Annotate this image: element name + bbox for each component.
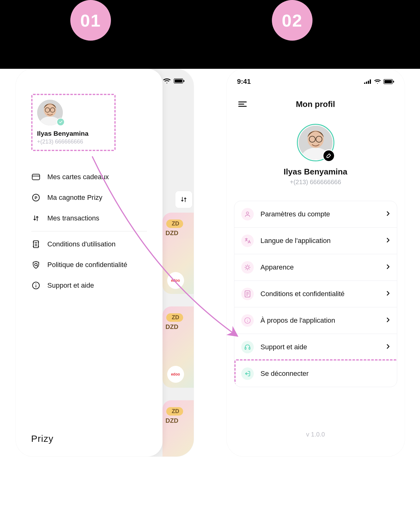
nav-label: Support et aide [48,281,94,290]
profile-phone: +(213) 666666666 [37,139,110,145]
battery-icon [174,78,184,83]
page-dark-banner [0,0,420,69]
document-icon [241,288,254,300]
menu-button[interactable] [235,97,250,111]
settings-label: Apparence [261,263,379,271]
info-icon [31,281,41,290]
menu-icon [238,101,247,107]
card-tag: ZD [166,220,183,228]
chevron-right-icon [386,290,390,297]
settings-about[interactable]: À propos de l'application [234,307,397,334]
cellular-icon [364,79,372,84]
brand-logo: Prizy [31,433,147,447]
sort-toggle-button[interactable] [175,191,192,208]
brand-chip: edoo [167,366,184,383]
chevron-right-icon [386,237,390,244]
settings-label: Paramètres du compte [261,210,379,218]
profile-name: Ilyas Benyamina [284,167,348,177]
settings-account[interactable]: Paramètres du compte [234,201,397,227]
transactions-icon [31,215,41,222]
verified-badge-icon [57,118,65,126]
phone-screen-2: 9:41 Mon profil Ilyas Benyamin [227,69,405,457]
svg-line-44 [249,265,249,266]
settings-logout[interactable]: Se déconnecter [234,360,397,387]
svg-rect-9 [32,174,40,180]
card-tag: ZD [166,407,183,416]
nav-support[interactable]: Support et aide [31,275,147,296]
svg-line-45 [245,269,246,270]
svg-text:P: P [34,195,37,200]
chevron-right-icon [386,344,390,351]
settings-language[interactable]: Langue de l'application [234,227,397,254]
card-currency: DZD [166,230,178,237]
settings-label: Support et aide [261,343,379,351]
nav-label: Ma cagnotte Prizy [48,194,102,202]
svg-line-42 [245,265,246,266]
settings-appearance[interactable]: Apparence [234,254,397,280]
phone-screen-1: ZD DZD edoo ZD DZD edoo ZD DZD [16,69,194,457]
profile-link-highlight[interactable]: Ilyas Benyamina +(213) 666666666 [31,94,116,151]
screen-header: Mon profil [227,86,405,114]
nav-privacy[interactable]: Politique de confidentialité [31,255,147,275]
wallet-icon: P [31,194,41,202]
headset-icon [241,341,254,353]
card-tag: ZD [166,313,183,322]
profile-name: Ilyas Benyamina [37,130,110,137]
settings-label: Se déconnecter [261,370,390,378]
svg-rect-31 [384,80,392,83]
svg-rect-7 [175,79,182,83]
card-currency: DZD [166,323,178,331]
svg-rect-26 [364,83,365,84]
edit-icon [326,153,332,159]
settings-conditions[interactable]: Conditions et confidentialité [234,280,397,307]
settings-label: Langue de l'application [261,237,379,245]
svg-rect-54 [249,347,250,349]
nav-gift-cards[interactable]: Mes cartes cadeaux [31,167,147,187]
wifi-icon [163,78,171,84]
settings-support[interactable]: Support et aide [234,334,397,360]
logout-icon [241,367,254,380]
status-bar: 9:41 [227,69,405,86]
nav-terms[interactable]: Conditions d'utilisation [31,234,147,255]
info-icon [241,314,254,327]
step-badge-02: 02 [272,0,312,41]
svg-rect-53 [245,347,246,349]
settings-label: À propos de l'application [261,316,379,325]
edit-profile-button[interactable] [322,149,335,162]
nav-transactions[interactable]: Mes transactions [31,208,147,229]
svg-rect-29 [370,79,371,84]
app-version: v 1.0.0 [227,431,405,438]
document-icon [31,240,41,248]
card-currency: DZD [166,417,178,424]
chevron-right-icon [386,317,390,324]
card-icon [31,174,41,180]
profile-phone: +(213) 666666666 [290,179,341,186]
shield-icon [31,261,41,269]
nav-label: Conditions d'utilisation [48,240,116,248]
svg-rect-27 [366,82,367,84]
status-time: 9:41 [237,78,251,86]
nav-label: Mes cartes cadeaux [48,173,109,181]
step-badge-01: 01 [70,0,111,41]
svg-point-37 [246,266,249,269]
side-drawer: Ilyas Benyamina +(213) 666666666 Mes car… [16,69,162,457]
language-icon [241,235,254,247]
settings-list: Paramètres du compte Langue de l'applica… [234,201,397,387]
user-icon [241,208,254,220]
svg-rect-8 [183,80,184,82]
appearance-icon [241,261,254,274]
gift-card-preview[interactable]: ZD DZD [162,400,194,457]
svg-line-22 [37,266,38,267]
page-title: Mon profil [227,99,405,109]
nav-wallet[interactable]: P Ma cagnotte Prizy [31,187,147,208]
brand-chip: edoo [167,272,184,289]
nav-label: Mes transactions [48,214,99,222]
svg-rect-32 [393,81,394,83]
svg-point-36 [246,212,248,214]
svg-rect-28 [368,81,369,84]
divider [31,231,147,231]
status-bar-right [163,78,184,84]
wifi-icon [374,79,381,84]
nav-label: Politique de confidentialité [48,261,128,269]
svg-line-43 [249,269,249,270]
